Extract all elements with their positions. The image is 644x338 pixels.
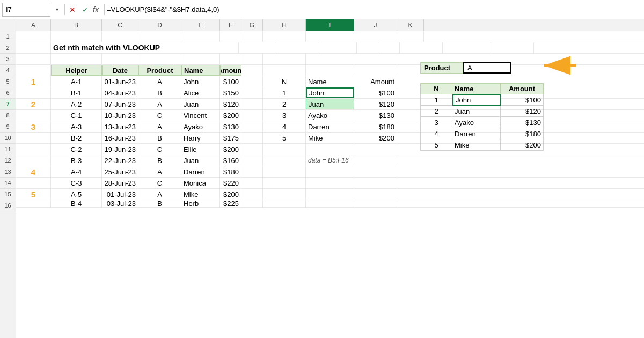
- cell-f9[interactable]: $130: [220, 121, 241, 132]
- cell-f15[interactable]: $200: [220, 189, 241, 200]
- cell-g8[interactable]: [241, 110, 263, 121]
- cell-j9[interactable]: $180: [354, 121, 397, 132]
- cell-j2[interactable]: [491, 42, 534, 53]
- cell-c8[interactable]: 10-Jun-23: [102, 110, 138, 121]
- cell-i1[interactable]: [306, 31, 354, 42]
- cell-g1[interactable]: [241, 31, 263, 42]
- cell-d15[interactable]: A: [138, 189, 181, 200]
- cell-g11[interactable]: [241, 144, 263, 155]
- cell-d9[interactable]: A: [138, 121, 181, 132]
- cell-j11[interactable]: [354, 144, 397, 155]
- col-header-f[interactable]: F: [220, 19, 241, 31]
- row-header-2[interactable]: 2: [0, 42, 16, 54]
- cell-b14[interactable]: C-3: [51, 178, 102, 188]
- cell-g16[interactable]: [241, 200, 263, 207]
- lt-cell-name5[interactable]: Mike: [452, 139, 501, 151]
- cell-a11[interactable]: [16, 144, 51, 155]
- cell-c7[interactable]: 07-Jun-23: [102, 99, 138, 109]
- cell-k1[interactable]: [397, 31, 424, 42]
- cell-h16[interactable]: [263, 200, 306, 207]
- cell-c10[interactable]: 16-Jun-23: [102, 133, 138, 143]
- row-header-6[interactable]: 6: [0, 87, 16, 99]
- cell-f16[interactable]: $225: [220, 200, 241, 207]
- cell-i13[interactable]: [306, 166, 354, 177]
- cell-d7[interactable]: A: [138, 99, 181, 109]
- cell-d1[interactable]: [138, 31, 181, 42]
- cell-h2[interactable]: [400, 42, 443, 53]
- cell-b8[interactable]: C-1: [51, 110, 102, 121]
- cell-a7[interactable]: 2: [16, 99, 51, 109]
- lt-cell-amount3[interactable]: $130: [501, 117, 544, 128]
- cell-h11[interactable]: [263, 144, 306, 155]
- cell-j16[interactable]: [354, 200, 397, 207]
- cell-g7[interactable]: [241, 99, 263, 109]
- cell-h3[interactable]: [263, 54, 306, 64]
- cell-d8[interactable]: C: [138, 110, 181, 121]
- cell-j10[interactable]: $200: [354, 133, 397, 143]
- cell-j1[interactable]: [354, 31, 397, 42]
- cell-g5[interactable]: [241, 76, 263, 87]
- cell-a12[interactable]: [16, 155, 51, 166]
- cell-j15[interactable]: [354, 189, 397, 200]
- cell-h4[interactable]: [263, 65, 306, 76]
- cell-e7[interactable]: Juan: [181, 99, 220, 109]
- cell-h15[interactable]: [263, 189, 306, 200]
- cell-f12[interactable]: $160: [220, 155, 241, 166]
- row-header-15[interactable]: 15: [0, 189, 16, 200]
- cell-c6[interactable]: 04-Jun-23: [102, 87, 138, 98]
- cell-i16[interactable]: [306, 200, 354, 207]
- lt-cell-amount1[interactable]: $100: [501, 94, 544, 106]
- cell-j8[interactable]: $130: [354, 110, 397, 121]
- cell-b16[interactable]: B-4: [51, 200, 102, 207]
- cell-e4-name[interactable]: Name: [181, 65, 220, 76]
- product-value[interactable]: A: [463, 62, 511, 74]
- cell-g2[interactable]: [378, 42, 400, 53]
- cell-h9[interactable]: 4: [263, 121, 306, 132]
- cell-g10[interactable]: [241, 133, 263, 143]
- cell-i6[interactable]: John: [306, 87, 354, 98]
- lt-cell-amount5[interactable]: $200: [501, 139, 544, 151]
- cell-e14[interactable]: Monica: [181, 178, 220, 188]
- cell-d13[interactable]: A: [138, 166, 181, 177]
- cell-c12[interactable]: 22-Jun-23: [102, 155, 138, 166]
- cell-j5[interactable]: Amount: [354, 76, 397, 87]
- col-header-h[interactable]: H: [263, 19, 306, 31]
- cell-d5[interactable]: A: [138, 76, 181, 87]
- row-header-12[interactable]: 12: [0, 155, 16, 166]
- cell-a9[interactable]: 3: [16, 121, 51, 132]
- cell-h10[interactable]: 5: [263, 133, 306, 143]
- cell-i12[interactable]: data = B5:F16: [306, 155, 354, 166]
- cell-h6[interactable]: 1: [263, 87, 306, 98]
- cell-a3[interactable]: [16, 54, 51, 64]
- cancel-icon[interactable]: ✕: [67, 4, 78, 15]
- cell-a5[interactable]: 1: [16, 76, 51, 87]
- row-header-9[interactable]: 9: [0, 121, 16, 133]
- cell-a16[interactable]: [16, 200, 51, 207]
- cell-j13[interactable]: [354, 166, 397, 177]
- cell-i11[interactable]: [306, 144, 354, 155]
- cell-a13[interactable]: 4: [16, 166, 51, 177]
- cell-d16[interactable]: B: [138, 200, 181, 207]
- cell-h8[interactable]: 3: [263, 110, 306, 121]
- cell-i15[interactable]: [306, 189, 354, 200]
- cell-h12[interactable]: [263, 155, 306, 166]
- cell-c14[interactable]: 28-Jun-23: [102, 178, 138, 188]
- cell-j12[interactable]: [354, 155, 397, 166]
- cell-b5[interactable]: A-1: [51, 76, 102, 87]
- lt-cell-amount2[interactable]: $120: [501, 106, 544, 117]
- cell-d14[interactable]: C: [138, 178, 181, 188]
- cell-a14[interactable]: [16, 178, 51, 188]
- lt-cell-amount4[interactable]: $180: [501, 128, 544, 139]
- formula-text[interactable]: =VLOOKUP($I$4&"-"&$H7,data,4,0): [107, 5, 642, 13]
- col-header-k[interactable]: K: [397, 19, 424, 31]
- cell-d10[interactable]: B: [138, 133, 181, 143]
- lt-cell-n2[interactable]: 2: [420, 106, 452, 117]
- cell-h13[interactable]: [263, 166, 306, 177]
- row-header-10[interactable]: 10: [0, 133, 16, 144]
- row-header-13[interactable]: 13: [0, 166, 16, 178]
- lt-cell-name2[interactable]: Juan: [452, 106, 501, 117]
- cell-b7[interactable]: A-2: [51, 99, 102, 109]
- lt-cell-name4[interactable]: Darren: [452, 128, 501, 139]
- row-header-5[interactable]: 5: [0, 76, 16, 87]
- col-header-c[interactable]: C: [102, 19, 138, 31]
